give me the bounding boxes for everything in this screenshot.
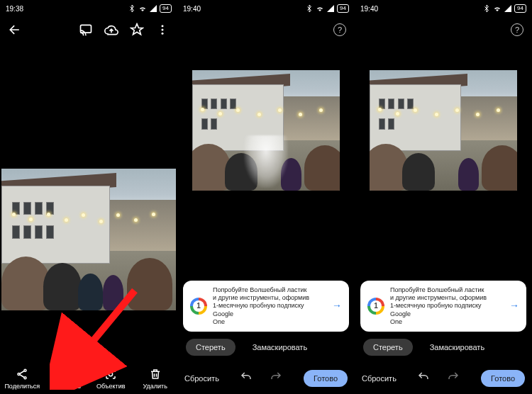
share-button[interactable]: Поделиться <box>0 367 44 390</box>
promo-line: и другие инструменты, оформив <box>213 294 326 302</box>
done-label: Готово <box>314 374 338 383</box>
editor-bottom-bar: Сбросить Готово <box>355 363 532 394</box>
svg-rect-0 <box>81 25 92 33</box>
bluetooth-icon <box>305 4 314 13</box>
mask-chip-label: Замаскировать <box>430 343 485 351</box>
eraser-brush-overlay <box>244 135 288 188</box>
mask-chip-label: Замаскировать <box>253 343 308 351</box>
wifi-icon <box>138 4 147 13</box>
undo-button[interactable] <box>240 371 253 386</box>
signal-icon <box>149 4 157 13</box>
editor-panel-before: 19:40 94 ? <box>177 0 355 394</box>
promo-line: Попробуйте Волшебный ластик <box>213 286 326 294</box>
tool-chips: Стереть Замаскировать <box>177 339 355 363</box>
photo-image <box>1 169 176 310</box>
share-label: Поделиться <box>4 383 40 390</box>
reset-label: Сбросить <box>362 374 397 383</box>
erase-chip-label: Стереть <box>196 343 226 351</box>
battery-indicator: 94 <box>160 4 172 13</box>
svg-point-1 <box>162 25 164 27</box>
back-button[interactable] <box>7 22 23 38</box>
trash-icon <box>148 367 162 381</box>
status-clock: 19:40 <box>183 5 201 13</box>
help-icon[interactable]: ? <box>511 23 523 36</box>
google-one-promo[interactable]: Попробуйте Волшебный ластик и другие инс… <box>360 281 526 332</box>
status-clock: 19:40 <box>360 5 378 13</box>
promo-line: 1-месячную пробную подписку Google <box>213 302 326 318</box>
promo-line: One <box>390 318 504 326</box>
redo-button[interactable] <box>447 371 460 386</box>
promo-line: 1-месячную пробную подписку Google <box>390 302 504 318</box>
editor-bottom-bar: Сбросить Готово <box>177 363 355 394</box>
mask-chip[interactable]: Замаскировать <box>420 339 495 356</box>
svg-point-7 <box>69 371 71 373</box>
promo-line: One <box>213 318 326 326</box>
svg-point-3 <box>162 33 164 35</box>
redo-button[interactable] <box>270 371 282 386</box>
edit-label: Изменить <box>52 383 81 390</box>
svg-point-2 <box>162 29 164 31</box>
editor-photo-image <box>370 70 517 191</box>
editor-photo-area[interactable] <box>355 44 532 281</box>
erase-chip-label: Стереть <box>373 343 403 351</box>
promo-line: и другие инструменты, оформив <box>390 294 504 302</box>
status-bar: 19:40 94 <box>177 0 355 16</box>
done-button[interactable]: Готово <box>304 370 348 387</box>
editor-photo-image <box>192 70 340 191</box>
google-one-promo[interactable]: Попробуйте Волшебный ластик и другие инс… <box>183 281 349 332</box>
status-clock: 19:38 <box>6 5 23 13</box>
cast-icon[interactable] <box>78 22 94 38</box>
photo-viewer-panel: 19:38 94 <box>0 0 177 394</box>
lens-button[interactable]: Объектив <box>89 367 133 390</box>
edit-icon <box>60 367 74 381</box>
help-icon[interactable]: ? <box>333 23 346 36</box>
tool-chips: Стереть Замаскировать <box>355 339 532 363</box>
svg-point-9 <box>109 372 113 376</box>
reset-label: Сбросить <box>184 374 219 383</box>
undo-button[interactable] <box>417 371 430 386</box>
status-bar: 19:38 94 <box>0 0 177 16</box>
google-one-icon <box>190 298 207 315</box>
edit-button[interactable]: Изменить <box>45 367 89 390</box>
more-icon[interactable] <box>155 22 170 38</box>
google-one-icon <box>367 298 384 315</box>
bluetooth-icon <box>128 4 136 13</box>
done-button[interactable]: Готово <box>481 370 525 387</box>
promo-line: Попробуйте Волшебный ластик <box>390 286 504 294</box>
lens-icon <box>104 367 118 381</box>
lens-label: Объектив <box>96 383 125 390</box>
delete-label: Удалить <box>143 383 167 390</box>
battery-indicator: 94 <box>337 4 349 13</box>
mask-chip[interactable]: Замаскировать <box>243 339 318 356</box>
viewer-top-actions <box>0 16 177 44</box>
star-icon[interactable] <box>129 22 145 38</box>
viewer-bottom-nav: Поделиться Изменить Объектив Удалить <box>0 350 177 394</box>
signal-icon <box>504 4 512 13</box>
erase-chip[interactable]: Стереть <box>186 339 235 356</box>
delete-button[interactable]: Удалить <box>133 367 177 390</box>
signal-icon <box>326 4 335 13</box>
bluetooth-icon <box>482 4 491 13</box>
erase-chip[interactable]: Стереть <box>363 339 413 356</box>
svg-point-8 <box>62 376 65 378</box>
battery-percent: 94 <box>517 5 523 12</box>
editor-panel-after: 19:40 94 ? <box>355 0 532 394</box>
reset-button[interactable]: Сбросить <box>362 374 397 383</box>
share-icon <box>15 367 29 381</box>
editor-top: ? <box>355 16 532 44</box>
done-label: Готово <box>491 374 515 383</box>
editor-photo-area[interactable] <box>177 44 355 281</box>
svg-point-4 <box>24 369 26 371</box>
wifi-icon <box>316 4 324 13</box>
editor-top: ? <box>177 16 355 44</box>
cloud-upload-icon[interactable] <box>104 22 119 38</box>
arrow-right-icon: → <box>509 300 519 313</box>
promo-text: Попробуйте Волшебный ластик и другие инс… <box>213 286 326 326</box>
photo-area[interactable] <box>0 44 177 350</box>
arrow-right-icon: → <box>332 300 342 313</box>
reset-button[interactable]: Сбросить <box>184 374 219 383</box>
svg-point-6 <box>24 377 26 379</box>
battery-indicator: 94 <box>514 4 526 13</box>
status-bar: 19:40 94 <box>355 0 532 16</box>
promo-text: Попробуйте Волшебный ластик и другие инс… <box>390 286 504 326</box>
